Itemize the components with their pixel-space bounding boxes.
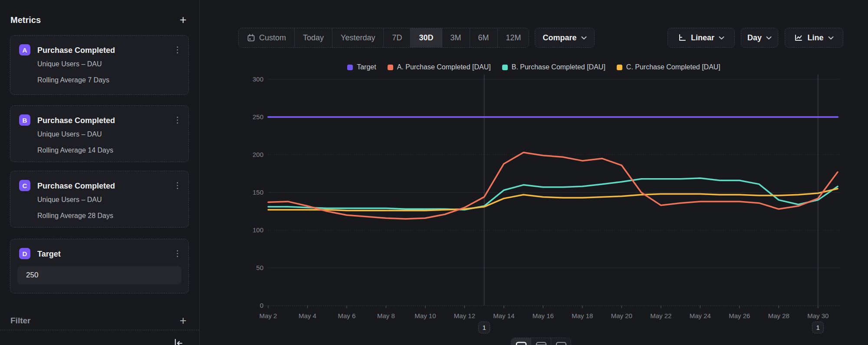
time-range-selector: CustomTodayYesterday7D30D3M6M12M	[238, 28, 529, 48]
split-view-icon	[536, 342, 547, 345]
kebab-menu-icon[interactable]: ⋮	[173, 179, 182, 192]
calendar-icon	[247, 34, 255, 42]
metric-measure: Unique Users – DAU	[37, 60, 102, 68]
x-tick-label: May 4	[299, 312, 316, 319]
target-title: Target	[37, 250, 61, 259]
target-value-input[interactable]	[17, 266, 181, 284]
metric-rolling-average: Rolling Average 7 Days	[37, 76, 109, 84]
annotation-badge[interactable]: 1	[478, 322, 490, 333]
legend-swatch	[347, 65, 353, 70]
y-tick-label: 100	[253, 226, 263, 234]
series-line	[268, 189, 838, 211]
target-card[interactable]: D Target ⋮	[10, 239, 189, 293]
time-range-6m[interactable]: 6M	[470, 28, 498, 47]
series-line	[268, 178, 838, 210]
chevron-down-icon	[719, 36, 724, 40]
x-tick-label: May 2	[260, 312, 277, 319]
metrics-dashboard: Metrics + A Purchase Completed ⋮ Unique …	[0, 0, 868, 345]
chart-legend: TargetA. Purchase Completed [DAU]B. Purc…	[200, 62, 868, 72]
add-metric-button[interactable]: +	[178, 14, 189, 26]
sidebar-divider	[0, 330, 199, 330]
legend-swatch	[388, 65, 393, 70]
filter-header: Filter +	[10, 314, 189, 328]
legend-item[interactable]: B. Purchase Completed [DAU]	[502, 63, 605, 71]
metric-title: Purchase Completed	[37, 182, 115, 191]
x-tick-label: May 14	[493, 312, 514, 319]
legend-item[interactable]: A. Purchase Completed [DAU]	[388, 63, 491, 71]
y-tick-label: 300	[253, 75, 263, 83]
add-filter-button[interactable]: +	[178, 315, 189, 326]
kebab-menu-icon[interactable]: ⋮	[173, 247, 182, 260]
time-range-custom[interactable]: Custom	[239, 28, 295, 47]
scale-dropdown[interactable]: Linear	[667, 28, 735, 48]
series-line	[268, 153, 838, 219]
x-tick-label: May 20	[611, 312, 632, 319]
collapse-sidebar-button[interactable]	[173, 338, 186, 345]
sidebar: Metrics + A Purchase Completed ⋮ Unique …	[0, 0, 200, 345]
legend-label: Target	[357, 63, 376, 71]
metrics-header: Metrics +	[10, 14, 189, 26]
metric-title: Purchase Completed	[37, 116, 115, 125]
y-tick-label: 50	[256, 264, 263, 271]
line-chart-icon	[794, 33, 803, 42]
chevron-down-icon	[581, 36, 587, 40]
x-tick-label: May 16	[533, 312, 554, 319]
metric-badge-b: B	[19, 114, 30, 126]
compare-button[interactable]: Compare	[535, 28, 595, 48]
y-tick-label: 0	[260, 302, 263, 309]
time-range-12m[interactable]: 12M	[498, 28, 529, 47]
time-range-7d[interactable]: 7D	[384, 28, 411, 47]
metric-badge-d: D	[19, 248, 30, 259]
y-tick-label: 200	[253, 151, 263, 158]
time-range-today[interactable]: Today	[295, 28, 332, 47]
annotation-badge[interactable]: 1	[812, 322, 824, 333]
metric-card-a[interactable]: A Purchase Completed ⋮ Unique Users – DA…	[10, 35, 189, 95]
metric-measure: Unique Users – DAU	[37, 196, 102, 204]
metric-card-b[interactable]: B Purchase Completed ⋮ Unique Users – DA…	[10, 105, 189, 162]
metric-rolling-average: Rolling Average 14 Days	[37, 146, 113, 154]
view-toggle-table-view[interactable]	[551, 338, 571, 345]
metric-title: Purchase Completed	[37, 46, 115, 55]
metrics-title: Metrics	[10, 15, 41, 25]
metric-card-c[interactable]: C Purchase Completed ⋮ Unique Users – DA…	[10, 171, 189, 228]
legend-label: A. Purchase Completed [DAU]	[397, 63, 491, 71]
metric-rolling-average: Rolling Average 28 Days	[37, 212, 113, 220]
table-view-icon	[556, 342, 567, 345]
chart-type-dropdown[interactable]: Line	[785, 28, 843, 48]
chart-type-label: Line	[807, 33, 823, 42]
time-range-yesterday[interactable]: Yesterday	[332, 28, 384, 47]
metric-badge-a: A	[19, 44, 30, 55]
chevron-down-icon	[828, 36, 834, 40]
compare-label: Compare	[542, 33, 576, 42]
view-toggle-chart-view[interactable]	[511, 338, 531, 345]
x-tick-label: May 24	[690, 312, 711, 319]
x-tick-label: May 18	[572, 312, 593, 319]
collapse-left-icon	[173, 338, 184, 345]
x-tick-label: May 26	[729, 312, 750, 319]
granularity-dropdown[interactable]: Day	[741, 28, 778, 48]
legend-item[interactable]: Target	[347, 63, 376, 71]
metric-badge-c: C	[19, 180, 30, 191]
y-tick-label: 250	[253, 113, 263, 120]
time-range-3m[interactable]: 3M	[442, 28, 470, 47]
scale-label: Linear	[691, 33, 714, 42]
view-toggle	[511, 338, 571, 345]
x-tick-label: May 12	[454, 312, 475, 319]
x-tick-label: May 8	[377, 312, 395, 319]
linear-scale-icon	[678, 33, 687, 42]
x-tick-label: May 6	[338, 312, 356, 319]
time-range-30d[interactable]: 30D	[411, 28, 442, 47]
legend-label: C. Purchase Completed [DAU]	[626, 63, 720, 71]
chart-view-icon	[516, 342, 527, 345]
kebab-menu-icon[interactable]: ⋮	[173, 114, 182, 127]
granularity-label: Day	[747, 33, 762, 42]
legend-swatch	[502, 65, 508, 70]
legend-label: B. Purchase Completed [DAU]	[512, 63, 605, 71]
x-tick-label: May 10	[414, 312, 436, 319]
chevron-down-icon	[766, 36, 772, 40]
x-tick-label: May 22	[650, 312, 671, 319]
kebab-menu-icon[interactable]: ⋮	[173, 43, 182, 56]
view-toggle-split-view[interactable]	[531, 338, 551, 345]
legend-item[interactable]: C. Purchase Completed [DAU]	[617, 63, 720, 71]
metric-measure: Unique Users – DAU	[37, 130, 102, 138]
